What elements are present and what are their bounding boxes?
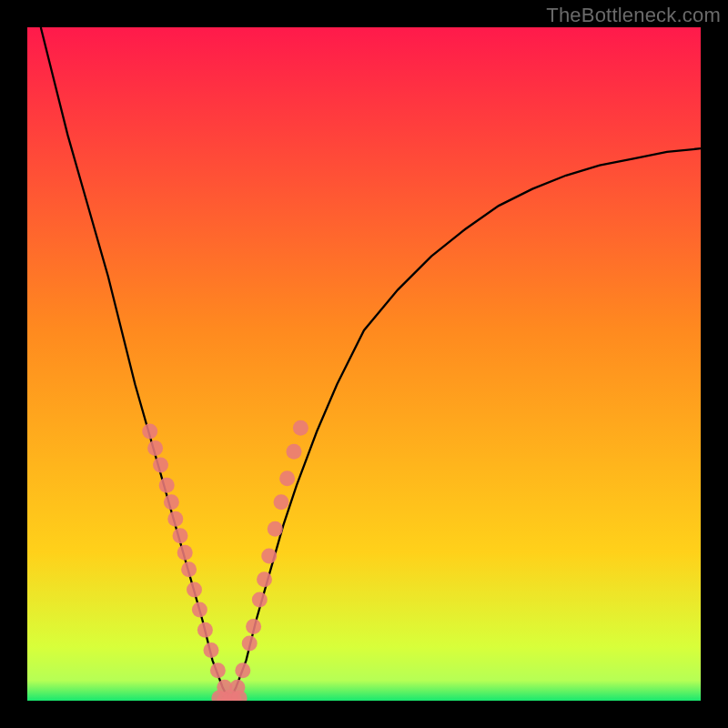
watermark-text: TheBottleneck.com bbox=[546, 4, 721, 27]
data-point bbox=[279, 470, 295, 486]
data-point bbox=[261, 548, 277, 563]
chart-plot-area bbox=[27, 27, 701, 701]
data-point bbox=[177, 545, 193, 561]
data-point bbox=[210, 662, 226, 678]
data-point bbox=[204, 642, 219, 658]
data-point bbox=[147, 440, 163, 456]
data-point bbox=[252, 592, 268, 608]
data-point bbox=[164, 494, 179, 510]
data-point bbox=[142, 424, 157, 440]
data-point bbox=[293, 420, 308, 436]
outer-frame: TheBottleneck.com bbox=[0, 0, 728, 728]
data-point bbox=[153, 458, 168, 473]
data-point bbox=[242, 636, 258, 652]
data-point bbox=[159, 478, 175, 493]
data-point bbox=[173, 528, 188, 543]
data-point bbox=[274, 494, 289, 510]
data-point bbox=[287, 444, 302, 460]
data-point bbox=[187, 581, 202, 597]
data-point bbox=[235, 662, 250, 678]
gradient-background bbox=[27, 27, 701, 701]
data-point bbox=[181, 561, 197, 577]
data-point bbox=[167, 511, 183, 527]
data-point bbox=[192, 602, 207, 618]
data-point bbox=[268, 521, 283, 537]
data-point bbox=[246, 619, 261, 634]
bottleneck-chart bbox=[27, 27, 701, 701]
data-point bbox=[257, 571, 272, 587]
data-point bbox=[197, 622, 213, 638]
